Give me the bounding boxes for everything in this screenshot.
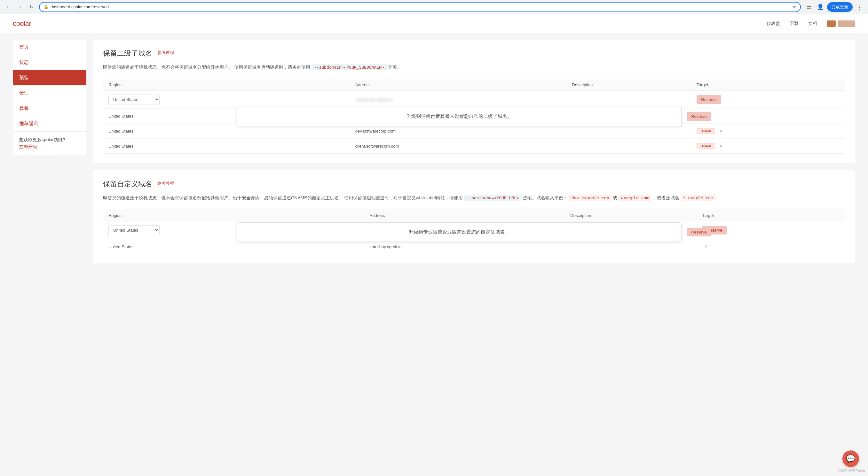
sidebar-item-reserved[interactable]: 预留 [13, 70, 86, 86]
browser-bar: ← → ↻ 🔒 dashboard.cpolar.com/reserved ★ … [0, 0, 868, 14]
section2-desc-text1: 即使您的隧道处于脱机状态，也不会将保留域名分配给其他用户。出于安全原因，必须保留… [103, 195, 463, 200]
section2-desc-text4: ，或者泛域名 [652, 195, 679, 200]
logo: cpolar [13, 20, 31, 28]
promo-text: 想获取更多cpolar功能? [19, 137, 80, 143]
sidebar-item-home[interactable]: 首页 [13, 40, 86, 55]
nav-docs[interactable]: 文档 [808, 21, 817, 27]
section1-overlay-text: 升级到任何付费套餐来设置您自己的二级子域名。 [406, 113, 512, 119]
update-button[interactable]: 完成更新 [827, 2, 852, 12]
chat-button[interactable]: 💬 [842, 450, 859, 467]
section2-code4: *.exaple.com [681, 195, 716, 201]
sidebar-item-referral[interactable]: 推荐返利 [13, 116, 86, 132]
sidebar-promo: 想获取更多cpolar功能? 立即升级 [13, 132, 86, 155]
address-bar[interactable]: 🔒 dashboard.cpolar.com/reserved ★ [39, 2, 801, 12]
section1-table-container: 升级到任何付费套餐来设置您自己的二级子域名。 Reserve Region Ad… [103, 79, 845, 154]
sidebar-item-verify[interactable]: 验证 [13, 86, 86, 101]
sidebar-item-label: 状态 [19, 60, 29, 65]
section2-table-container: 升级到专业版或企业版来设置您的自定义域名。 Reserve Region Add… [103, 210, 845, 254]
section2-title: 保留自定义域名 [103, 179, 152, 189]
content: 保留二级子域名 参考教程 即使您的隧道处于脱机状态，也不会将保留域名分配给其他用… [93, 40, 855, 470]
sidebar-item-status[interactable]: 状态 [13, 55, 86, 70]
extensions-button[interactable]: ▭ [804, 2, 814, 12]
avatar-block2 [838, 21, 855, 27]
section1-ref-link[interactable]: 参考教程 [157, 50, 174, 56]
bookmark-icon: ★ [792, 4, 796, 10]
section2-card: 保留自定义域名 参考教程 即使您的隧道处于脱机状态，也不会将保留域名分配给其他用… [93, 170, 855, 263]
section2-header: 保留自定义域名 参考教程 [103, 179, 845, 189]
section1-card: 保留二级子域名 参考教程 即使您的隧道处于脱机状态，也不会将保留域名分配给其他用… [93, 40, 855, 163]
forward-button[interactable]: → [16, 3, 24, 11]
lock-icon: 🔒 [43, 4, 49, 9]
section2-code3: example.com [619, 195, 651, 201]
sidebar-item-label: 套餐 [19, 105, 29, 111]
sidebar-item-label: 预留 [19, 75, 29, 80]
section1-overlay-box: 升级到任何付费套餐来设置您自己的二级子域名。 [237, 107, 682, 126]
profile-button[interactable]: 👤 [815, 2, 825, 12]
sidebar: 首页 状态 预留 验证 套餐 推荐返利 想获取更多cpolar功能? 立即升级 [13, 40, 86, 155]
section2-desc-text2: 选项。域名输入举例： [523, 195, 568, 200]
nav-download[interactable]: 下载 [789, 21, 799, 27]
section2-ref-link[interactable]: 参考教程 [157, 180, 174, 186]
section1-reserve-button[interactable]: Reserve [687, 112, 711, 121]
top-nav: cpolar 仪表盘 下载 文档 [0, 14, 868, 33]
menu-button[interactable]: ⋮ [855, 2, 864, 12]
sidebar-item-label: 推荐返利 [19, 121, 38, 126]
section1-header: 保留二级子域名 参考教程 [103, 48, 845, 58]
url-text: dashboard.cpolar.com/reserved [51, 4, 790, 9]
section1-desc-text2: 选项。 [388, 65, 401, 70]
section2-desc-text3: 或 [613, 195, 617, 200]
sidebar-item-label: 验证 [19, 90, 29, 96]
nav-dashboard[interactable]: 仪表盘 [767, 21, 780, 27]
section2-code2: dev.example.com [569, 195, 612, 201]
avatar-block [827, 21, 836, 27]
sidebar-item-label: 首页 [19, 44, 29, 49]
section2-overlay: 升级到专业版或企业版来设置您的自定义域名。 Reserve [103, 210, 845, 254]
section2-reserve-button[interactable]: Reserve [687, 228, 711, 236]
section1-overlay: 升级到任何付费套餐来设置您自己的二级子域名。 Reserve [103, 79, 845, 154]
section2-code1: --hostname=<YOUR_URL> [464, 195, 522, 201]
back-button[interactable]: ← [4, 3, 13, 11]
section1-code1: --subdomain=<YOUR_SUBDOMAIN> [311, 64, 387, 70]
section1-title: 保留二级子域名 [103, 48, 152, 58]
browser-actions: ▭ 👤 完成更新 ⋮ [804, 2, 864, 12]
section2-overlay-text: 升级到专业版或企业版来设置您的自定义域名。 [409, 229, 509, 235]
chat-icon: 💬 [846, 454, 856, 463]
browser-controls: ← → ↻ [4, 3, 36, 11]
top-nav-links: 仪表盘 下载 文档 [767, 21, 855, 27]
section2-overlay-box: 升级到专业版或企业版来设置您的自定义域名。 [237, 222, 682, 242]
sidebar-item-plan[interactable]: 套餐 [13, 101, 86, 116]
section1-desc-text1: 即使您的隧道处于脱机状态，也不会将保留域名分配给其他用户。 使用保留域名启动隧道… [103, 65, 310, 70]
user-avatar-group [827, 21, 855, 27]
main-layout: 首页 状态 预留 验证 套餐 推荐返利 想获取更多cpolar功能? 立即升级 … [0, 33, 868, 476]
reload-button[interactable]: ↻ [27, 3, 36, 11]
csdn-watermark: CSDN @技巧png [837, 468, 865, 473]
section2-desc: 即使您的隧道处于脱机状态，也不会将保留域名分配给其他用户。出于安全原因，必须保留… [103, 194, 845, 202]
section1-desc: 即使您的隧道处于脱机状态，也不会将保留域名分配给其他用户。 使用保留域名启动隧道… [103, 63, 845, 71]
promo-link[interactable]: 立即升级 [19, 144, 37, 149]
